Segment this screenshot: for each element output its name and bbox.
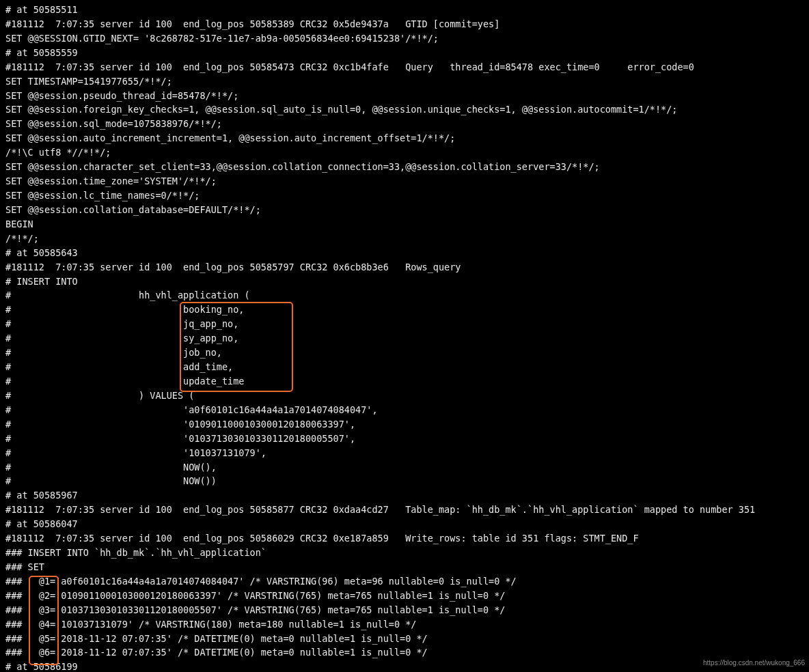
binlog-dump: # at 50585511 #181112 7:07:35 server id … xyxy=(0,0,809,672)
watermark-text: https://blog.csdn.net/wukong_666 xyxy=(703,658,805,669)
highlight-columns-box xyxy=(180,302,293,392)
highlight-atsigns-box xyxy=(29,576,59,665)
terminal-output-screen: # at 50585511 #181112 7:07:35 server id … xyxy=(0,0,809,672)
